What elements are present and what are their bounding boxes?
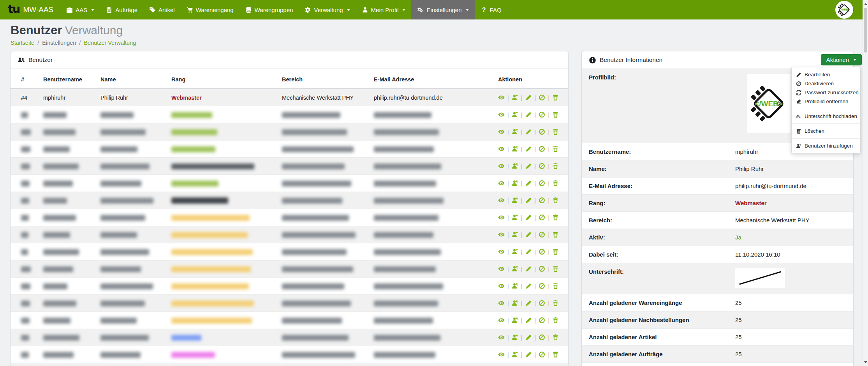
table-row[interactable]: |||| xyxy=(11,363,569,366)
eye-icon[interactable] xyxy=(498,128,505,135)
pencil-icon[interactable] xyxy=(525,351,532,358)
menu-item-profilbild-entfernen[interactable]: Profilbild entfernen xyxy=(792,97,860,106)
scroll-up-button[interactable] xyxy=(863,1,868,7)
user-key-icon[interactable] xyxy=(512,317,518,324)
ban-icon[interactable] xyxy=(539,317,545,324)
nav-item-auftr-ge[interactable]: Aufträge xyxy=(100,0,143,19)
trash-icon[interactable] xyxy=(552,317,559,324)
ban-icon[interactable] xyxy=(539,248,545,255)
trash-icon[interactable] xyxy=(552,266,559,272)
user-key-icon[interactable] xyxy=(512,351,518,358)
table-row[interactable]: |||| xyxy=(11,278,569,295)
menu-item-deaktivieren[interactable]: Deaktivieren xyxy=(792,79,860,88)
pencil-icon[interactable] xyxy=(525,300,532,306)
user-key-icon[interactable] xyxy=(512,111,518,118)
nav-item-mein-profil[interactable]: Mein Profil xyxy=(356,0,412,19)
trash-icon[interactable] xyxy=(552,111,559,118)
nav-item-warengruppen[interactable]: Warengruppen xyxy=(239,0,299,19)
menu-item-l-schen[interactable]: Löschen xyxy=(792,127,860,135)
trash-icon[interactable] xyxy=(552,300,559,306)
eye-icon[interactable] xyxy=(498,266,505,272)
scrollbar-track[interactable] xyxy=(863,0,868,366)
nav-item-einstellungen[interactable]: Einstellungen xyxy=(411,0,474,19)
user-key-icon[interactable] xyxy=(512,128,518,135)
pencil-icon[interactable] xyxy=(525,180,532,187)
pencil-icon[interactable] xyxy=(525,283,532,289)
breadcrumb-item-benutzer-verwaltung[interactable]: Benutzer Verwaltung xyxy=(84,40,136,46)
trash-icon[interactable] xyxy=(552,128,559,135)
table-row[interactable]: |||| xyxy=(11,209,569,226)
user-key-icon[interactable] xyxy=(512,197,518,204)
ban-icon[interactable] xyxy=(539,214,545,221)
table-row[interactable]: |||| xyxy=(11,141,569,158)
pencil-icon[interactable] xyxy=(525,334,532,341)
user-key-icon[interactable] xyxy=(512,94,518,101)
ban-icon[interactable] xyxy=(539,197,545,204)
ban-icon[interactable] xyxy=(539,146,545,152)
nav-item-artikel[interactable]: Artikel xyxy=(143,0,181,19)
menu-item-benutzer-hinzuf-gen[interactable]: Benutzer hinzufügen xyxy=(792,141,860,150)
pencil-icon[interactable] xyxy=(525,146,532,152)
eye-icon[interactable] xyxy=(498,180,505,187)
user-key-icon[interactable] xyxy=(512,334,518,341)
menu-item-bearbeiten[interactable]: Bearbeiten xyxy=(792,70,860,79)
user-key-icon[interactable] xyxy=(512,180,518,187)
scrollbar-thumb[interactable] xyxy=(864,8,867,53)
ban-icon[interactable] xyxy=(539,94,545,101)
eye-icon[interactable] xyxy=(498,334,505,341)
table-row[interactable]: |||| xyxy=(11,312,569,329)
nav-item-faq[interactable]: ?FAQ xyxy=(475,0,507,19)
trash-icon[interactable] xyxy=(552,197,559,204)
user-key-icon[interactable] xyxy=(512,248,518,255)
app-brand[interactable]: MW-AAS xyxy=(23,5,54,14)
table-row-selected-user[interactable]: #4mphiruhrPhilip RuhrWebmasterMechanisch… xyxy=(11,89,569,106)
eye-icon[interactable] xyxy=(498,94,505,101)
trash-icon[interactable] xyxy=(552,351,559,358)
menu-item-unterschrift-hochladen[interactable]: Unterschrift hochladen xyxy=(792,112,860,121)
pencil-icon[interactable] xyxy=(525,248,532,255)
pencil-icon[interactable] xyxy=(525,94,532,101)
actions-dropdown-button[interactable]: Aktionen xyxy=(821,54,862,65)
user-key-icon[interactable] xyxy=(512,231,518,238)
ban-icon[interactable] xyxy=(539,300,545,306)
breadcrumb-item-startseite[interactable]: Startseite xyxy=(11,40,34,46)
user-key-icon[interactable] xyxy=(512,300,518,306)
table-row[interactable]: |||| xyxy=(11,260,569,278)
ban-icon[interactable] xyxy=(539,351,545,358)
ban-icon[interactable] xyxy=(539,283,545,289)
eye-icon[interactable] xyxy=(498,248,505,255)
table-row[interactable]: |||| xyxy=(11,192,569,209)
pencil-icon[interactable] xyxy=(525,231,532,238)
table-row[interactable]: |||| xyxy=(11,346,569,363)
tu-dortmund-logo[interactable]: tu xyxy=(8,4,20,15)
trash-icon[interactable] xyxy=(552,163,559,169)
trash-icon[interactable] xyxy=(552,214,559,221)
ban-icon[interactable] xyxy=(539,128,545,135)
eye-icon[interactable] xyxy=(498,214,505,221)
eye-icon[interactable] xyxy=(498,351,505,358)
nav-item-verwaltung[interactable]: Verwaltung xyxy=(299,0,356,19)
eye-icon[interactable] xyxy=(498,197,505,204)
trash-icon[interactable] xyxy=(552,94,559,101)
trash-icon[interactable] xyxy=(552,334,559,341)
user-key-icon[interactable] xyxy=(512,266,518,272)
nav-item-aas[interactable]: AAS xyxy=(60,0,100,19)
pencil-icon[interactable] xyxy=(525,214,532,221)
ban-icon[interactable] xyxy=(539,111,545,118)
ban-icon[interactable] xyxy=(539,180,545,187)
table-row[interactable]: |||| xyxy=(11,106,569,123)
pencil-icon[interactable] xyxy=(525,111,532,118)
pencil-icon[interactable] xyxy=(525,163,532,169)
web-chip-logo-avatar[interactable]: </WEB> xyxy=(835,1,853,19)
eye-icon[interactable] xyxy=(498,317,505,324)
user-key-icon[interactable] xyxy=(512,283,518,289)
pencil-icon[interactable] xyxy=(525,317,532,324)
eye-icon[interactable] xyxy=(498,231,505,238)
ban-icon[interactable] xyxy=(539,231,545,238)
eye-icon[interactable] xyxy=(498,111,505,118)
eye-icon[interactable] xyxy=(498,300,505,306)
trash-icon[interactable] xyxy=(552,180,559,187)
table-row[interactable]: |||| xyxy=(11,295,569,312)
trash-icon[interactable] xyxy=(552,146,559,152)
pencil-icon[interactable] xyxy=(525,266,532,272)
